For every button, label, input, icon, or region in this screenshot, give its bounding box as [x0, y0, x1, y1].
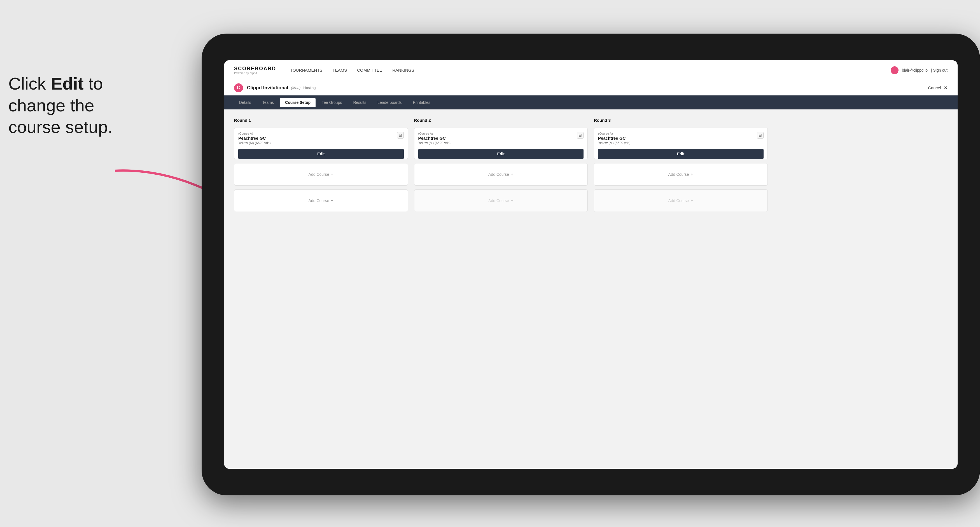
add-course-r3-1[interactable]: Add Course +	[594, 163, 768, 186]
edit-button-r3[interactable]: Edit	[598, 149, 764, 159]
tab-bar: Details Teams Course Setup Tee Groups Re…	[224, 95, 958, 110]
course-delete-btn-r2[interactable]: ⊟	[577, 132, 584, 138]
course-card-inner-r3: (Course A) Peachtree GC Yellow (M) (6629…	[598, 132, 764, 145]
course-details-r1: Yellow (M) (6629 yds)	[238, 141, 397, 145]
plus-icon-2: +	[331, 198, 334, 203]
course-card-inner: (Course A) Peachtree GC Yellow (M) (6629…	[238, 132, 404, 145]
tab-tee-groups[interactable]: Tee Groups	[317, 98, 347, 107]
tab-course-setup[interactable]: Course Setup	[280, 98, 315, 107]
nav-rankings[interactable]: RANKINGS	[392, 67, 414, 74]
tablet-frame: SCOREBOARD Powered by clippd TOURNAMENTS…	[202, 33, 980, 495]
hosting-badge: Hosting	[303, 86, 315, 90]
cancel-label: Cancel	[928, 85, 941, 90]
round-1-label: Round 1	[234, 118, 408, 122]
add-course-text-r3: Add Course +	[668, 172, 693, 177]
plus-icon-r2-2: +	[511, 198, 513, 203]
top-nav: SCOREBOARD Powered by clippd TOURNAMENTS…	[224, 60, 958, 80]
user-email: blair@clippd.io	[902, 68, 928, 73]
course-name-r2: Peachtree GC	[418, 136, 577, 141]
tournament-bar: C Clippd Invitational (Men) Hosting Canc…	[224, 80, 958, 95]
course-details-r2: Yellow (M) (6629 yds)	[418, 141, 577, 145]
add-course-text-r2: Add Course +	[488, 172, 513, 177]
tab-details[interactable]: Details	[234, 98, 256, 107]
course-details-r3: Yellow (M) (6629 yds)	[598, 141, 757, 145]
instruction-text: Click Edit tochange thecourse setup.	[8, 73, 171, 138]
course-info: (Course A) Peachtree GC Yellow (M) (6629…	[238, 132, 397, 145]
cancel-button[interactable]: Cancel ✕	[928, 85, 948, 90]
user-avatar	[891, 66, 899, 74]
nav-links: TOURNAMENTS TEAMS COMMITTEE RANKINGS	[290, 67, 891, 74]
nav-teams[interactable]: TEAMS	[332, 67, 347, 74]
main-content: Round 1 (Course A) Peachtree GC Yellow (…	[224, 110, 958, 469]
tournament-gender: (Men)	[291, 86, 301, 90]
tab-leaderboards[interactable]: Leaderboards	[372, 98, 407, 107]
nav-tournaments[interactable]: TOURNAMENTS	[290, 67, 323, 74]
course-label-small: (Course A)	[238, 132, 397, 135]
round-3-column: Round 3 (Course A) Peachtree GC Yellow (…	[594, 118, 768, 212]
add-course-label-2: Add Course	[309, 198, 329, 203]
tournament-name: Clippd Invitational	[247, 85, 288, 90]
course-card-inner-r2: (Course A) Peachtree GC Yellow (M) (6629…	[418, 132, 584, 145]
course-card-round2: (Course A) Peachtree GC Yellow (M) (6629…	[414, 128, 588, 159]
add-course-r1-1[interactable]: Add Course +	[234, 163, 408, 186]
logo-title: SCOREBOARD	[234, 66, 276, 71]
add-course-label-r2: Add Course	[488, 172, 509, 176]
sign-out-link[interactable]: | Sign out	[931, 68, 948, 73]
course-delete-btn-r3[interactable]: ⊟	[757, 132, 764, 138]
add-course-r3-2: Add Course +	[594, 189, 768, 212]
add-course-text-r3-2: Add Course +	[668, 198, 693, 203]
edit-button-r1[interactable]: Edit	[238, 149, 404, 159]
round-1-column: Round 1 (Course A) Peachtree GC Yellow (…	[234, 118, 408, 212]
round-4-column	[774, 118, 948, 212]
cancel-x-icon: ✕	[944, 85, 948, 90]
round-2-column: Round 2 (Course A) Peachtree GC Yellow (…	[414, 118, 588, 212]
tab-printables[interactable]: Printables	[408, 98, 435, 107]
course-card-round1: (Course A) Peachtree GC Yellow (M) (6629…	[234, 128, 408, 159]
user-area: blair@clippd.io | Sign out	[891, 66, 948, 74]
logo-area: SCOREBOARD Powered by clippd	[234, 66, 276, 75]
add-course-r2-2: Add Course +	[414, 189, 588, 212]
tab-teams[interactable]: Teams	[257, 98, 279, 107]
tournament-logo: C	[234, 83, 243, 92]
add-course-label: Add Course	[309, 172, 329, 176]
add-course-label-r3-2: Add Course	[668, 198, 689, 203]
plus-icon: +	[331, 172, 334, 177]
course-label-small-r3: (Course A)	[598, 132, 757, 135]
round-3-label: Round 3	[594, 118, 768, 122]
tablet-screen: SCOREBOARD Powered by clippd TOURNAMENTS…	[224, 60, 958, 469]
round-2-label: Round 2	[414, 118, 588, 122]
plus-icon-r3-2: +	[691, 198, 693, 203]
add-course-r1-2[interactable]: Add Course +	[234, 189, 408, 212]
tab-results[interactable]: Results	[348, 98, 371, 107]
add-course-text: Add Course +	[309, 172, 334, 177]
logo-subtitle: Powered by clippd	[234, 71, 276, 75]
bold-edit: Edit	[51, 74, 84, 93]
course-info-r3: (Course A) Peachtree GC Yellow (M) (6629…	[598, 132, 757, 145]
course-info-r2: (Course A) Peachtree GC Yellow (M) (6629…	[418, 132, 577, 145]
rounds-grid: Round 1 (Course A) Peachtree GC Yellow (…	[234, 118, 948, 212]
edit-button-r2[interactable]: Edit	[418, 149, 584, 159]
course-name-r1: Peachtree GC	[238, 136, 397, 141]
add-course-label-r2-2: Add Course	[488, 198, 509, 203]
add-course-text-2: Add Course +	[309, 198, 334, 203]
plus-icon-r3: +	[691, 172, 693, 177]
plus-icon-r2: +	[511, 172, 513, 177]
course-label-small-r2: (Course A)	[418, 132, 577, 135]
add-course-text-r2-2: Add Course +	[488, 198, 513, 203]
add-course-label-r3: Add Course	[668, 172, 689, 176]
nav-committee[interactable]: COMMITTEE	[357, 67, 382, 74]
course-delete-btn-r1[interactable]: ⊟	[397, 132, 404, 138]
course-card-round3: (Course A) Peachtree GC Yellow (M) (6629…	[594, 128, 768, 159]
add-course-r2-1[interactable]: Add Course +	[414, 163, 588, 186]
course-name-r3: Peachtree GC	[598, 136, 757, 141]
